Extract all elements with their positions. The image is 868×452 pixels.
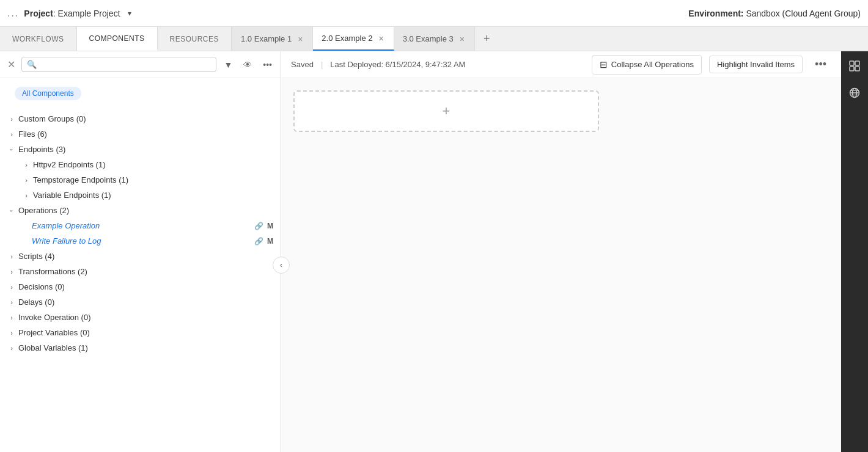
op-label-write-failure: Write Failure to Log [32,236,252,246]
tree-item-variable-endpoints[interactable]: › Variable Endpoints (1) [0,188,281,203]
tab-nav-resources[interactable]: RESOURCES [158,27,232,51]
tree-item-endpoints[interactable]: › Endpoints (3) [0,142,281,157]
label-endpoints: Endpoints (3) [18,145,65,154]
svg-rect-2 [850,67,854,71]
doc-tab-2[interactable]: 2.0 Example 2 × [313,27,394,51]
chevron-custom-groups: › [7,115,16,123]
canvas-wrapper: ‹ + [281,78,841,452]
sidebar: ✕ 🔍 ▼ 👁 ••• All Components › Custom Grou… [0,51,281,452]
tab-bar: WORKFLOWS COMPONENTS RESOURCES 1.0 Examp… [0,27,868,51]
svg-rect-0 [850,61,854,65]
op-icons-write-failure: 🔗 M [254,237,273,246]
chevron-scripts: › [7,253,16,260]
tree-item-project-variables[interactable]: › Project Variables (0) [0,325,281,340]
tree-item-tempstorage[interactable]: › Tempstorage Endpoints (1) [0,172,281,188]
tab-nav-workflows[interactable]: WORKFLOWS [0,27,77,51]
chevron-httpv2: › [22,161,31,169]
saved-status: Saved [291,60,314,69]
tree-item-global-variables[interactable]: › Global Variables (1) [0,340,281,355]
view-button[interactable]: 👁 [240,57,256,72]
label-invoke-operation: Invoke Operation (0) [18,313,91,322]
sidebar-close-button[interactable]: ✕ [5,56,18,73]
label-delays: Delays (0) [18,297,54,307]
label-tempstorage: Tempstorage Endpoints (1) [33,175,128,184]
add-tab-button[interactable]: + [475,27,499,51]
last-deployed: Last Deployed: 6/15/2024, 9:47:32 AM [330,60,465,69]
chevron-operations: › [8,206,15,215]
sidebar-collapse-arrow[interactable]: ‹ [273,257,290,274]
env-label: Environment: Sandbox (Cloud Agent Group) [688,9,861,18]
window-dots: ... [7,8,19,19]
search-input[interactable] [40,60,211,69]
workspace-more-button[interactable]: ••• [810,56,831,73]
tree-item-operations[interactable]: › Operations (2) [0,203,281,218]
globe-icon [848,87,861,102]
label-project-variables: Project Variables (0) [18,328,90,337]
sidebar-collapse-arrow-container: ‹ [273,257,290,274]
tree-item-decisions[interactable]: › Decisions (0) [0,279,281,294]
label-files: Files (6) [18,129,47,139]
label-operations: Operations (2) [18,206,69,215]
chevron-tempstorage: › [22,177,31,184]
search-box: 🔍 [21,57,216,72]
tree-item-delays[interactable]: › Delays (0) [0,294,281,310]
label-global-variables: Global Variables (1) [18,343,88,352]
collapse-icon: ⊟ [600,59,608,70]
chevron-global-variables: › [7,344,16,352]
nav-tabs: WORKFLOWS COMPONENTS RESOURCES [0,27,232,51]
doc-tab-1[interactable]: 1.0 Example 1 × [232,27,313,51]
chevron-variable-endpoints: › [22,192,31,199]
link-icon-write-failure: 🔗 [254,237,263,246]
op-badge-example: M [267,222,273,230]
chevron-project-variables: › [7,329,16,337]
filter-button[interactable]: ▼ [220,57,236,72]
chevron-invoke-operation: › [7,314,16,321]
chevron-endpoints: › [8,145,15,154]
right-panel-grid-button[interactable] [844,56,866,78]
tree-item-invoke-operation[interactable]: › Invoke Operation (0) [0,310,281,325]
label-decisions: Decisions (0) [18,282,65,291]
label-scripts: Scripts (4) [18,252,54,261]
svg-rect-1 [855,61,859,65]
filter-tag-container: All Components [0,78,281,109]
right-panel [841,51,868,452]
more-button[interactable]: ••• [259,57,276,72]
doc-tab-2-close[interactable]: × [377,34,384,43]
link-icon-example: 🔗 [254,222,263,230]
doc-tab-1-close[interactable]: × [296,35,304,43]
tab-nav-components[interactable]: COMPONENTS [77,27,158,51]
op-icons-example: 🔗 M [254,222,273,230]
doc-tab-3-close[interactable]: × [458,35,466,43]
filter-tag[interactable]: All Components [15,87,81,100]
doc-tabs: 1.0 Example 1 × 2.0 Example 2 × 3.0 Exam… [232,27,868,51]
right-panel-globe-button[interactable] [844,83,866,105]
operation-item-write-failure[interactable]: Write Failure to Log 🔗 M [0,233,281,249]
workspace: Saved | Last Deployed: 6/15/2024, 9:47:3… [281,51,841,452]
operation-item-example[interactable]: Example Operation 🔗 M [0,218,281,233]
label-custom-groups: Custom Groups (0) [18,114,86,123]
main-content: ✕ 🔍 ▼ 👁 ••• All Components › Custom Grou… [0,51,868,452]
label-httpv2: Httpv2 Endpoints (1) [33,160,106,169]
doc-tab-2-label: 2.0 Example 2 [322,34,372,43]
label-transformations: Transformations (2) [18,267,87,276]
add-step-box[interactable]: + [293,90,599,132]
grid-icon [848,60,861,75]
chevron-delays: › [7,299,16,306]
canvas: + [281,78,841,452]
search-icon: 🔍 [27,60,37,69]
tree-item-scripts[interactable]: › Scripts (4) [0,249,281,264]
tree-item-transformations[interactable]: › Transformations (2) [0,264,281,279]
doc-tab-3[interactable]: 3.0 Example 3 × [394,27,475,51]
project-dropdown[interactable]: ▾ [125,8,134,19]
doc-tab-1-label: 1.0 Example 1 [241,34,292,43]
sidebar-toolbar: ✕ 🔍 ▼ 👁 ••• [0,51,281,78]
op-label-example: Example Operation [32,221,252,230]
chevron-transformations: › [7,268,16,275]
collapse-all-button[interactable]: ⊟ Collapse All Operations [592,55,702,75]
tree-item-custom-groups[interactable]: › Custom Groups (0) [0,111,281,126]
tree-item-httpv2[interactable]: › Httpv2 Endpoints (1) [0,157,281,172]
highlight-invalid-button[interactable]: Highlight Invalid Items [709,56,803,73]
tree-item-files[interactable]: › Files (6) [0,126,281,142]
chevron-files: › [7,131,16,138]
project-title: Project: Example Project [24,9,120,18]
